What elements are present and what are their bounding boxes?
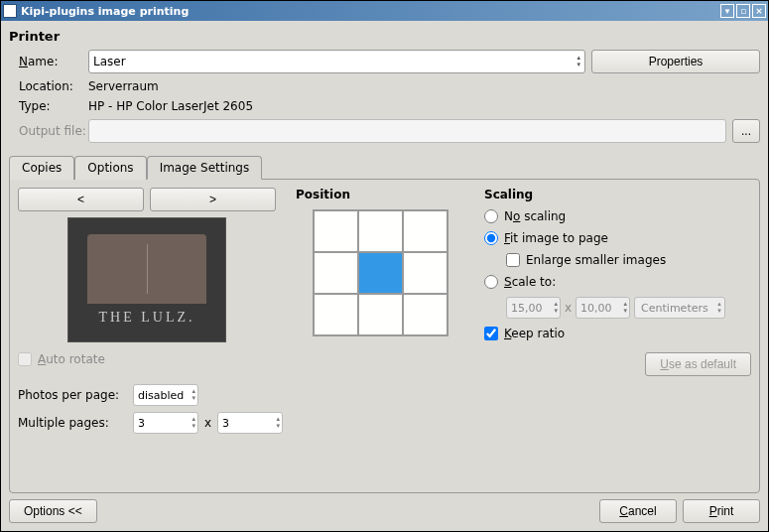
preview-graphic: [87, 234, 206, 304]
keep-ratio-row: Keep ratio: [484, 327, 751, 340]
type-row: Type: HP - HP Color LaserJet 2605: [9, 99, 760, 113]
scaling-column: Scaling No scaling Fit image to page Enl…: [484, 188, 751, 376]
name-row: Name: Laser ▴▾ Properties: [9, 50, 760, 73]
pos-cell-6[interactable]: [314, 294, 358, 335]
auto-rotate-checkbox: [18, 352, 32, 366]
maximize-button[interactable]: ▫: [736, 4, 750, 18]
type-label: Type:: [9, 99, 88, 113]
spin-arrows-icon: ▴▾: [277, 416, 281, 430]
minimize-button[interactable]: ▾: [720, 4, 734, 18]
multiple-rows-spin[interactable]: 3 ▴▾: [217, 412, 283, 434]
location-row: Location: Serverraum: [9, 79, 760, 93]
pos-cell-7[interactable]: [358, 294, 403, 335]
prev-image-button[interactable]: <: [18, 188, 144, 211]
content: Printer Name: Laser ▴▾ Properties Locati…: [1, 21, 768, 531]
tab-bar: Copies Options Image Settings: [9, 155, 760, 179]
scale-times: x: [565, 301, 572, 315]
multiple-pages-row: Multiple pages: 3 ▴▾ x 3 ▴▾: [18, 412, 751, 434]
multiple-cols-spin[interactable]: 3 ▴▾: [133, 412, 198, 434]
position-grid: [313, 209, 449, 336]
enlarge-row: Enlarge smaller images: [506, 253, 751, 267]
scale-height-spin: 10,00 ▴▾: [576, 297, 630, 319]
keep-ratio-checkbox[interactable]: [484, 327, 498, 340]
close-button[interactable]: ×: [752, 4, 766, 18]
panel-row: < > THE LULZ. Auto rotate: [18, 188, 751, 376]
tab-image-settings[interactable]: Image Settings: [147, 156, 263, 180]
spin-arrows-icon: ▴▾: [554, 301, 558, 315]
printer-group-title: Printer: [9, 29, 760, 44]
fit-page-row: Fit image to page: [484, 231, 751, 245]
use-default-button: Use as default: [645, 352, 751, 376]
photos-per-page-row: Photos per page: disabled ▴▾: [18, 384, 751, 406]
tab-options[interactable]: Options: [74, 156, 146, 180]
preview-caption: THE LULZ.: [99, 310, 195, 326]
multiple-pages-label: Multiple pages:: [18, 416, 127, 430]
position-heading: Position: [296, 188, 350, 201]
pos-cell-0[interactable]: [314, 210, 358, 252]
footer: Options << Cancel Print: [9, 499, 760, 523]
no-scaling-label: No scaling: [504, 209, 566, 223]
combo-arrows-icon: ▴▾: [717, 301, 721, 315]
pos-cell-4[interactable]: [358, 252, 403, 294]
scale-height-value: 10,00: [580, 302, 612, 315]
scale-to-label: Scale to:: [504, 275, 556, 289]
scale-inputs-row: 15,00 ▴▾ x 10,00 ▴▾ Centimeters ▴▾: [506, 297, 751, 319]
preview-column: < > THE LULZ. Auto rotate: [18, 188, 276, 376]
scale-to-radio[interactable]: [484, 275, 498, 289]
app-icon: [3, 4, 17, 18]
photos-per-page-spin[interactable]: disabled ▴▾: [133, 384, 198, 406]
multiple-times: x: [204, 416, 211, 430]
output-row: Output file: ...: [9, 119, 760, 143]
pos-cell-3[interactable]: [314, 252, 358, 294]
auto-rotate-row: Auto rotate: [18, 352, 276, 366]
pos-cell-8[interactable]: [403, 294, 448, 335]
photos-per-page-label: Photos per page:: [18, 388, 127, 402]
options-toggle-button[interactable]: Options <<: [9, 499, 97, 523]
titlebar: Kipi-plugins image printing ▾ ▫ ×: [1, 1, 768, 21]
unit-value: Centimeters: [641, 302, 708, 315]
printer-name-combo[interactable]: Laser ▴▾: [88, 50, 585, 73]
printer-name-value: Laser: [93, 55, 126, 68]
pos-cell-1[interactable]: [358, 210, 403, 252]
image-preview: THE LULZ.: [67, 217, 226, 342]
window-title: Kipi-plugins image printing: [21, 5, 718, 18]
nav-buttons: < >: [18, 188, 276, 211]
auto-rotate-label: Auto rotate: [38, 352, 105, 366]
scaling-heading: Scaling: [484, 188, 751, 201]
pos-cell-5[interactable]: [403, 252, 448, 294]
spin-arrows-icon: ▴▾: [624, 301, 628, 315]
tab-panel-image-settings: < > THE LULZ. Auto rotate: [9, 179, 760, 493]
tab-copies[interactable]: Copies: [9, 156, 74, 180]
multiple-rows-value: 3: [222, 417, 229, 430]
no-scaling-row: No scaling: [484, 209, 751, 223]
no-scaling-radio[interactable]: [484, 209, 498, 223]
pos-cell-2[interactable]: [403, 210, 448, 252]
output-file-input: [88, 119, 726, 143]
photos-per-page-value: disabled: [138, 389, 184, 402]
type-value: HP - HP Color LaserJet 2605: [88, 99, 253, 113]
fit-page-radio[interactable]: [484, 231, 498, 245]
print-button[interactable]: Print: [683, 499, 760, 523]
scale-to-row: Scale to:: [484, 275, 751, 289]
bottom-options: Photos per page: disabled ▴▾ Multiple pa…: [18, 384, 751, 440]
window: Kipi-plugins image printing ▾ ▫ × Printe…: [0, 0, 769, 532]
properties-button[interactable]: Properties: [591, 50, 760, 73]
enlarge-checkbox[interactable]: [506, 253, 520, 267]
multiple-cols-value: 3: [138, 417, 145, 430]
cancel-button[interactable]: Cancel: [599, 499, 677, 523]
spin-arrows-icon: ▴▾: [192, 416, 195, 430]
next-image-button[interactable]: >: [150, 188, 276, 211]
spin-arrows-icon: ▴▾: [192, 388, 195, 402]
scale-width-value: 15,00: [511, 302, 543, 315]
fit-page-label: Fit image to page: [504, 231, 608, 245]
location-value: Serverraum: [88, 79, 159, 93]
position-column: Position: [296, 188, 464, 376]
combo-arrows-icon: ▴▾: [577, 55, 580, 68]
keep-ratio-label: Keep ratio: [504, 327, 565, 340]
location-label: Location:: [9, 79, 88, 93]
unit-combo: Centimeters ▴▾: [634, 297, 725, 319]
browse-button[interactable]: ...: [732, 119, 760, 143]
output-label: Output file:: [9, 124, 88, 138]
scale-width-spin: 15,00 ▴▾: [506, 297, 561, 319]
name-label: Name:: [9, 55, 88, 68]
